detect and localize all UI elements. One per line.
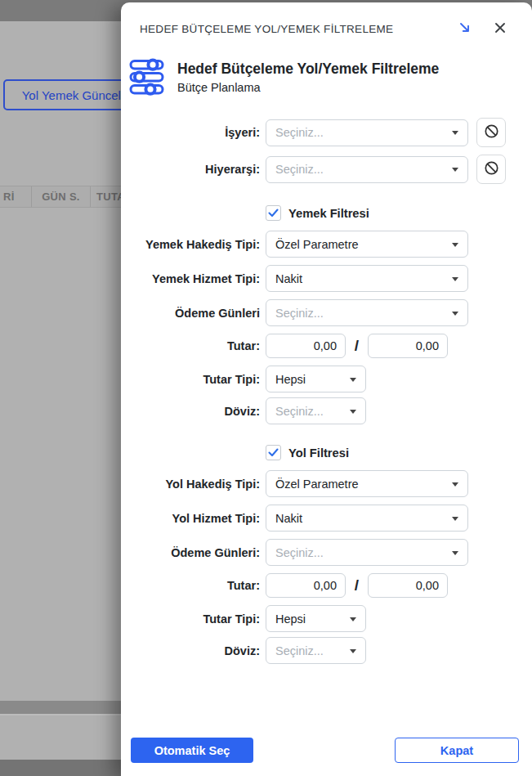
close-dialog-button[interactable] <box>492 20 508 37</box>
chevron-down-icon <box>452 482 458 487</box>
dialog-title: Hedef Bütçeleme Yol/Yemek Filtreleme <box>177 61 439 78</box>
yol-doviz-select[interactable]: Seçiniz... <box>266 637 366 664</box>
yemek-tutar-max-input[interactable] <box>368 334 448 358</box>
yol-odeme-gunleri-select[interactable]: Seçiniz... <box>266 539 468 566</box>
chevron-down-icon <box>452 168 458 172</box>
dock-dialog-button[interactable] <box>456 20 472 37</box>
chevron-down-icon <box>350 378 356 382</box>
hiyerarsi-label: Hiyerarşi: <box>121 163 266 176</box>
chevron-down-icon <box>452 312 458 316</box>
yol-hizmet-tipi-label: Yol Hizmet Tipi: <box>121 512 266 525</box>
tutar-separator: / <box>353 337 360 355</box>
hiyerarsi-clear-button[interactable] <box>476 155 506 184</box>
tutar-separator: / <box>353 576 360 594</box>
chevron-down-icon <box>452 517 458 521</box>
filter-sliders-icon <box>129 58 167 96</box>
chevron-down-icon <box>350 617 356 621</box>
yemek-doviz-label: Döviz: <box>121 405 266 418</box>
yol-odeme-gunleri-label: Ödeme Günleri: <box>121 546 266 559</box>
yol-hizmet-tipi-value: Nakit <box>275 512 302 525</box>
isyeri-clear-button[interactable] <box>476 118 506 147</box>
close-icon <box>494 21 507 37</box>
yemek-hakedis-tipi-label: Yemek Hakediş Tipi: <box>121 238 266 251</box>
isyeri-select[interactable]: Seçiniz... <box>266 119 468 146</box>
filter-dialog: HEDEF BÜTÇELEME YOL/YEMEK FİLTRELEME <box>121 2 532 776</box>
dialog-header-caption: HEDEF BÜTÇELEME YOL/YEMEK FİLTRELEME <box>140 23 393 35</box>
dialog-footer: Otomatik Seç Kapat <box>131 738 519 763</box>
kapat-button[interactable]: Kapat <box>395 738 519 763</box>
chevron-down-icon <box>452 131 458 135</box>
filter-form: İşyeri: Seçiniz... Hiyerarşi: Seçiniz... <box>121 118 532 664</box>
dialog-subtitle: Bütçe Planlama <box>177 81 439 94</box>
yemek-tutar-tipi-value: Hepsi <box>275 373 306 386</box>
yemek-hizmet-tipi-row: Yemek Hizmet Tipi: Nakit <box>121 265 532 292</box>
yemek-tutar-tipi-select[interactable]: Hepsi <box>266 366 366 392</box>
yemek-tutar-min-input[interactable] <box>266 334 346 358</box>
yemek-odeme-gunleri-select[interactable]: Seçiniz... <box>266 299 468 326</box>
checkmark-icon <box>268 206 279 221</box>
dialog-title-block: Hedef Bütçeleme Yol/Yemek Filtreleme Büt… <box>129 58 532 96</box>
yol-filtresi-label: Yol Filtresi <box>288 446 349 460</box>
yemek-doviz-row: Döviz: Seçiniz... <box>121 397 532 424</box>
isyeri-label: İşyeri: <box>121 126 266 139</box>
yol-tutar-row: Tutar: / <box>121 573 532 598</box>
yol-tutar-tipi-value: Hepsi <box>275 612 306 626</box>
yemek-tutar-tipi-label: Tutar Tipi: <box>121 373 266 386</box>
yemek-tutar-label: Tutar: <box>121 339 266 352</box>
yemek-hakedis-tipi-value: Özel Parametre <box>275 238 359 251</box>
yemek-doviz-select[interactable]: Seçiniz... <box>266 397 366 424</box>
chevron-down-icon <box>452 277 458 281</box>
no-entry-icon <box>484 123 499 141</box>
yemek-hizmet-tipi-label: Yemek Hizmet Tipi: <box>121 272 266 285</box>
yol-odeme-gunleri-row: Ödeme Günleri: Seçiniz... <box>121 539 532 566</box>
arrow-down-right-icon <box>458 20 472 37</box>
dialog-header: HEDEF BÜTÇELEME YOL/YEMEK FİLTRELEME <box>121 2 532 48</box>
yemek-odeme-gunleri-label: Ödeme Günleri <box>121 307 266 320</box>
yol-hakedis-tipi-row: Yol Hakediş Tipi: Özel Parametre <box>121 470 532 497</box>
yemek-hakedis-tipi-select[interactable]: Özel Parametre <box>266 231 468 258</box>
chevron-down-icon <box>350 649 356 653</box>
isyeri-placeholder: Seçiniz... <box>275 126 324 139</box>
yol-tutar-label: Tutar: <box>121 579 266 592</box>
yol-tutar-tipi-label: Tutar Tipi: <box>121 612 266 626</box>
yol-yemek-guncelle-label: Yol Yemek Güncell <box>22 88 124 102</box>
yol-doviz-placeholder: Seçiniz... <box>275 644 324 657</box>
yol-filtresi-row: Yol Filtresi <box>121 445 532 460</box>
otomatik-sec-button[interactable]: Otomatik Seç <box>131 738 253 763</box>
yemek-hakedis-tipi-row: Yemek Hakediş Tipi: Özel Parametre <box>121 231 532 258</box>
no-entry-icon <box>484 160 499 178</box>
yol-tutar-tipi-row: Tutar Tipi: Hepsi <box>121 605 532 632</box>
yemek-tutar-row: Tutar: / <box>121 334 532 358</box>
yol-tutar-max-input[interactable] <box>368 573 448 598</box>
yol-tutar-min-input[interactable] <box>266 573 346 598</box>
yemek-hizmet-tipi-select[interactable]: Nakit <box>266 265 468 292</box>
hiyerarsi-select[interactable]: Seçiniz... <box>266 156 468 183</box>
yemek-doviz-placeholder: Seçiniz... <box>275 405 324 418</box>
yol-doviz-row: Döviz: Seçiniz... <box>121 637 532 664</box>
yemek-odeme-gunleri-placeholder: Seçiniz... <box>275 307 324 320</box>
yol-hakedis-tipi-label: Yol Hakediş Tipi: <box>121 478 266 491</box>
yemek-tutar-tipi-row: Tutar Tipi: Hepsi <box>121 366 532 392</box>
yemek-filtresi-checkbox[interactable] <box>266 205 281 221</box>
yemek-filtresi-row: Yemek Filtresi <box>121 205 532 221</box>
yol-odeme-gunleri-placeholder: Seçiniz... <box>275 546 324 559</box>
yemek-hizmet-tipi-value: Nakit <box>275 272 302 285</box>
yol-hakedis-tipi-select[interactable]: Özel Parametre <box>266 470 468 497</box>
hiyerarsi-row: Hiyerarşi: Seçiniz... <box>121 155 532 184</box>
table-column-header: GÜN S. <box>32 186 91 207</box>
table-column-header: Rİ <box>0 186 32 207</box>
yol-doviz-label: Döviz: <box>121 644 266 657</box>
yemek-filtresi-label: Yemek Filtresi <box>288 207 369 220</box>
checkmark-icon <box>268 446 279 460</box>
yol-filtresi-checkbox[interactable] <box>266 445 281 460</box>
yol-hakedis-tipi-value: Özel Parametre <box>275 478 359 491</box>
isyeri-row: İşyeri: Seçiniz... <box>121 118 532 147</box>
chevron-down-icon <box>452 551 458 555</box>
yol-tutar-tipi-select[interactable]: Hepsi <box>266 605 366 632</box>
yemek-odeme-gunleri-row: Ödeme Günleri Seçiniz... <box>121 299 532 326</box>
hiyerarsi-placeholder: Seçiniz... <box>275 163 324 176</box>
chevron-down-icon <box>452 243 458 247</box>
chevron-down-icon <box>350 410 356 414</box>
yol-hizmet-tipi-row: Yol Hizmet Tipi: Nakit <box>121 505 532 532</box>
yol-hizmet-tipi-select[interactable]: Nakit <box>266 505 468 532</box>
